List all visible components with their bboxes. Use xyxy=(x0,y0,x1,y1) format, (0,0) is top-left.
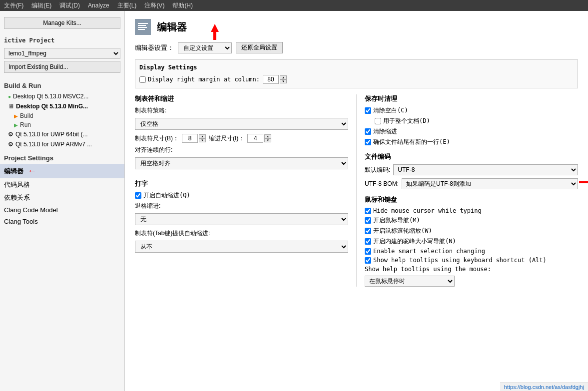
svg-marker-4 xyxy=(211,24,219,32)
menu-debug[interactable]: 调试(D) xyxy=(59,1,80,10)
editor-icon xyxy=(135,19,151,35)
indent-spin-btns[interactable]: ▲ ▼ xyxy=(264,134,271,142)
trim-indent-checkbox[interactable] xyxy=(365,128,371,135)
menu-analyze[interactable]: Analyze xyxy=(88,2,109,9)
mouse-tooltip-select[interactable]: 在鼠标悬停时 从不 总是 xyxy=(365,276,455,287)
camel-nav-label: 开启内建的驼峰大小写导航(N) xyxy=(373,237,456,246)
trim-whitespace-checkbox[interactable] xyxy=(365,107,371,114)
build-action[interactable]: ▶ Build xyxy=(0,111,124,120)
run-icon: ▶ xyxy=(14,122,18,128)
red-arrow-right-encoding xyxy=(578,177,588,187)
smart-select-row: Enable smart selection changing xyxy=(365,248,578,255)
tab-size-input[interactable] xyxy=(182,134,198,143)
left-column: 制表符和缩进 制表符策略: 仅空格 制表符 混合 制表符尺寸(B)： xyxy=(135,94,357,287)
kit-item-uwparm[interactable]: ⚙ Qt 5.13.0 for UWP ARMv7 ... xyxy=(0,139,124,149)
kit-name-uwp64: Qt 5.13.0 for UWP 64bit (... xyxy=(15,131,88,138)
menu-main[interactable]: 主要(L) xyxy=(117,1,137,10)
autoindent-row: 开启自动缩进(Q) xyxy=(135,191,348,200)
display-settings-title: Display Settings xyxy=(139,64,574,71)
ensure-newline-checkbox[interactable] xyxy=(365,139,371,145)
margin-spin-down[interactable]: ▼ xyxy=(280,79,287,83)
scroll-zoom-row: 开启鼠标滚轮缩放(W) xyxy=(365,227,578,235)
display-margin-checkbox[interactable] xyxy=(139,76,146,83)
camel-nav-checkbox[interactable] xyxy=(365,238,371,245)
menu-bar: 文件(F) 编辑(E) 调试(D) Analyze 主要(L) 注释(V) 帮助… xyxy=(0,0,588,11)
indent-spin-down[interactable]: ▼ xyxy=(264,138,271,142)
policy-select[interactable]: 仅空格 制表符 混合 xyxy=(135,118,348,130)
kit-name-msvc: Desktop Qt 5.13.0 MSVC2... xyxy=(13,93,88,100)
import-build-button[interactable]: Import Existing Build... xyxy=(4,61,120,73)
mouse-keyboard-title: 鼠标和键盘 xyxy=(365,195,578,204)
margin-spin-up[interactable]: ▲ xyxy=(280,75,287,79)
settings-item-editor[interactable]: 编辑器 ← xyxy=(0,164,124,178)
utf8bom-label: UTF-8 BOM: xyxy=(365,180,399,187)
mouse-nav-checkbox[interactable] xyxy=(365,217,371,224)
right-column: 保存时清理 清除空白(C) 用于整个文档(D) 清除缩进 xyxy=(365,94,578,287)
settings-item-clangtools[interactable]: Clang Tools xyxy=(0,216,124,227)
indent-spin-up[interactable]: ▲ xyxy=(264,134,271,138)
content-area: 编辑器 编辑器设置： 自定义设置 全局设置 还原全局设置 Display Set… xyxy=(125,11,588,391)
svg-rect-2 xyxy=(138,27,147,28)
kbd-tooltip-checkbox[interactable] xyxy=(365,257,371,264)
tab-autoindent-select[interactable]: 从不 总是 按需 xyxy=(135,241,348,253)
outdent-select[interactable]: 无 制表符 空格 xyxy=(135,213,348,225)
display-margin-label: Display right margin at column: xyxy=(148,76,260,83)
default-encoding-row: 默认编码: UTF-8 UTF-16 Latin-1 xyxy=(365,164,578,175)
kit-item-ming[interactable]: 🖥 Desktop Qt 5.13.0 MinG... xyxy=(0,101,124,111)
active-project-label: ictive Project xyxy=(0,35,124,46)
mouse-nav-label: 开启鼠标导航(M) xyxy=(373,216,420,225)
typing-section-title: 打字 xyxy=(135,179,348,188)
dependencies-label: 依赖关系 xyxy=(4,193,30,202)
tab-spin-down[interactable]: ▼ xyxy=(199,138,206,142)
mouse-nav-row: 开启鼠标导航(M) xyxy=(365,216,578,225)
settings-item-dependencies[interactable]: 依赖关系 xyxy=(0,191,124,204)
codestyle-label: 代码风格 xyxy=(4,180,30,189)
red-arrow-up xyxy=(205,23,225,43)
bottom-url: https://blog.csdn.net/as/dasfdgjhj xyxy=(500,383,588,391)
indent-size-input[interactable] xyxy=(247,134,263,143)
restore-button[interactable]: 还原全局设置 xyxy=(236,42,283,53)
tab-autoindent-label: 制表符(Tab键)提供自动缩进: xyxy=(135,229,210,238)
clangcodemodel-label: Clang Code Model xyxy=(4,206,58,214)
editor-settings-label: 编辑器 xyxy=(4,167,23,176)
clangtools-label: Clang Tools xyxy=(4,218,38,225)
default-encoding-select[interactable]: UTF-8 UTF-16 Latin-1 xyxy=(393,164,578,175)
kit-icon-uwparm: ⚙ xyxy=(8,141,13,148)
entire-doc-checkbox[interactable] xyxy=(375,118,381,124)
menu-comment[interactable]: 注释(V) xyxy=(144,1,164,10)
kit-name-uwparm: Qt 5.13.0 for UWP ARMv7 ... xyxy=(15,141,92,148)
tab-spin-btns[interactable]: ▲ ▼ xyxy=(199,134,206,142)
align-label: 对齐连续的行: xyxy=(135,146,172,154)
indent-size-spinbox[interactable]: ▲ ▼ xyxy=(247,134,271,143)
hide-mouse-checkbox[interactable] xyxy=(365,208,371,214)
margin-value-input[interactable] xyxy=(263,75,279,84)
project-dropdown[interactable]: lemo1_ffmpeg xyxy=(4,48,120,59)
editor-title: 编辑器 xyxy=(157,20,187,34)
smart-select-checkbox[interactable] xyxy=(365,248,371,255)
indent-size-label: 缩进尺寸(I)： xyxy=(209,134,244,143)
margin-spin-buttons[interactable]: ▲ ▼ xyxy=(280,75,287,83)
align-select[interactable]: 用空格对齐 不对齐 混合 xyxy=(135,157,348,169)
run-action[interactable]: ▶ Run xyxy=(0,120,124,129)
margin-spinbox[interactable]: ▲ ▼ xyxy=(263,75,287,84)
autoindent-checkbox[interactable] xyxy=(135,192,141,199)
settings-dropdown[interactable]: 自定义设置 全局设置 xyxy=(178,42,232,53)
smart-select-label: Enable smart selection changing xyxy=(373,248,485,255)
mouse-keyboard-section: 鼠标和键盘 Hide mouse cursor while typing 开启鼠… xyxy=(365,195,578,287)
ensure-newline-row: 确保文件结尾有新的一行(E) xyxy=(365,138,578,146)
scroll-zoom-checkbox[interactable] xyxy=(365,228,371,234)
menu-edit[interactable]: 编辑(E) xyxy=(31,1,51,10)
kit-item-uwp64[interactable]: ⚙ Qt 5.13.0 for UWP 64bit (... xyxy=(0,129,124,139)
kit-item-msvc[interactable]: ● Desktop Qt 5.13.0 MSVC2... xyxy=(0,91,124,101)
manage-kits-button[interactable]: Manage Kits... xyxy=(4,17,120,29)
menu-file[interactable]: 文件(F) xyxy=(4,1,23,10)
settings-item-codestyle[interactable]: 代码风格 xyxy=(0,178,124,191)
tab-spin-up[interactable]: ▲ xyxy=(199,134,206,138)
menu-help[interactable]: 帮助(H) xyxy=(172,1,193,10)
trim-whitespace-label: 清除空白(C) xyxy=(373,106,408,115)
settings-item-clangcodemodel[interactable]: Clang Code Model xyxy=(0,204,124,216)
utf8bom-select[interactable]: 如果编码是UTF-8则添加 总是添加 从不添加 保持原样 xyxy=(402,178,578,189)
kbd-tooltip-row: Show help tooltips using keyboard shortc… xyxy=(365,257,578,264)
file-encoding-section: 文件编码 默认编码: UTF-8 UTF-16 Latin-1 UTF-8 BO… xyxy=(365,152,578,189)
tab-size-spinbox[interactable]: ▲ ▼ xyxy=(182,134,206,143)
